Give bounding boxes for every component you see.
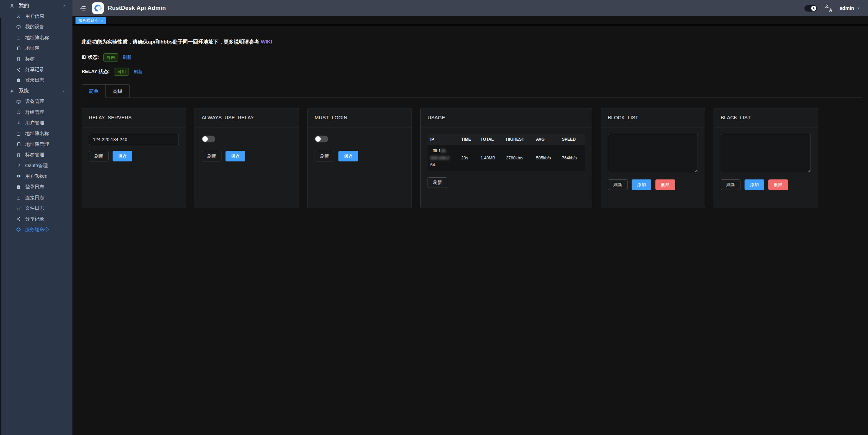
rustdesk-logo-swirl	[94, 4, 102, 13]
sidebar-item-my-devices[interactable]: 我的设备	[0, 22, 72, 32]
delete-button[interactable]: 删除	[655, 179, 675, 190]
tab-advanced[interactable]: 高级	[105, 85, 129, 98]
card-body: IP TIME TOTAL HIGHEST AVG SPEED ::ffff:1…	[421, 127, 592, 194]
always-use-relay-toggle[interactable]	[202, 136, 215, 142]
card-usage: USAGE IP TIME TOTAL HIGHEST AVG SPEED	[420, 108, 592, 208]
chevron-up-icon	[62, 89, 66, 93]
sidebar-item-login-logs-admin[interactable]: 登录日志	[0, 182, 72, 192]
add-button[interactable]: 添加	[632, 179, 651, 190]
refresh-button[interactable]: 刷新	[608, 179, 628, 190]
card-title: USAGE	[421, 108, 592, 127]
app-header: RustDesk Api Admin 文 A admin	[72, 0, 868, 16]
relay-servers-input[interactable]	[89, 134, 179, 145]
sidebar-item-device-management[interactable]: 设备管理	[0, 97, 72, 107]
sidebar-item-label: 地址簿	[25, 45, 39, 51]
username: admin	[839, 5, 854, 11]
clipboard-icon	[16, 185, 21, 190]
sidebar-item-label: 服务端命令	[25, 227, 49, 233]
translate-icon[interactable]: 文 A	[824, 4, 832, 12]
usage-speed-cell: 764kb/s	[559, 145, 585, 171]
sidebar-section-label: 我的	[19, 2, 29, 9]
sidebar-item-addressbook[interactable]: 地址簿	[0, 43, 72, 54]
black-list-textarea[interactable]	[721, 134, 811, 172]
save-button[interactable]: 保存	[226, 151, 245, 161]
sidebar-section-system[interactable]: 系统	[0, 86, 72, 96]
rustdesk-logo	[92, 2, 104, 14]
gear-icon	[16, 227, 21, 232]
monitor-icon	[16, 24, 21, 30]
page-title: RustDesk Api Admin	[108, 5, 166, 12]
chat-icon	[16, 110, 21, 115]
sidebar-item-login-logs[interactable]: 登录日志	[0, 75, 72, 86]
notebook-icon	[16, 142, 21, 147]
card-title: RELAY_SERVERS	[82, 108, 186, 127]
tab-simple[interactable]: 简单	[82, 85, 105, 98]
theme-toggle[interactable]	[804, 5, 817, 12]
sidebar-item-file-logs[interactable]: 文件日志	[0, 203, 72, 213]
share-icon	[16, 216, 21, 222]
refresh-button[interactable]: 刷新	[315, 151, 334, 161]
hamburger-icon[interactable]	[79, 5, 86, 12]
paperclip-icon	[16, 163, 21, 168]
gear-icon	[10, 89, 14, 93]
block-list-textarea[interactable]	[608, 134, 698, 172]
sidebar-item-oauth-management[interactable]: Oauth管理	[0, 160, 72, 171]
add-button[interactable]: 添加	[745, 179, 764, 190]
sidebar-item-addressbook-names[interactable]: 地址簿名称	[0, 32, 72, 43]
sidebar-item-user-info[interactable]: 用户信息	[0, 11, 72, 21]
sidebar-item-addressbook-management[interactable]: 地址簿管理	[0, 139, 72, 150]
chevron-down-icon	[856, 6, 861, 10]
id-refresh-link[interactable]: 刷新	[123, 54, 132, 60]
card-title: ALWAYS_USE_RELAY	[195, 108, 299, 127]
close-icon[interactable]: ×	[101, 18, 103, 23]
ip-clear: ::ffff:1	[430, 149, 441, 153]
sidebar-item-label: 设备管理	[25, 99, 44, 105]
sidebar-item-share-records-admin[interactable]: 分享记录	[0, 214, 72, 224]
sidebar-item-label: 分享记录	[25, 216, 44, 222]
sidebar-item-tag-management[interactable]: 标签管理	[0, 150, 72, 160]
sidebar-item-label: 连接日志	[25, 195, 44, 201]
sidebar-item-label: Oauth管理	[25, 163, 48, 169]
card-title: BLACK_LIST	[714, 108, 818, 127]
save-button[interactable]: 保存	[338, 151, 358, 161]
bookmark-icon	[16, 153, 21, 158]
sidebar-item-label: 用户信息	[25, 13, 44, 19]
sidebar-item-tags[interactable]: 标签	[0, 54, 72, 64]
header-right: 文 A admin	[804, 4, 861, 12]
sidebar-item-share-records[interactable]: 分享记录	[0, 64, 72, 75]
sidebar-item-label: 用户管理	[25, 120, 44, 126]
refresh-button[interactable]: 刷新	[89, 151, 108, 161]
relay-status-row: RELAY 状态: 可用 刷新	[82, 68, 142, 76]
sidebar-item-addressbook-names-admin[interactable]: 地址簿名称	[0, 128, 72, 139]
tag-server-commands[interactable]: 服务端命令 ×	[76, 17, 106, 24]
relay-status-badge: 可用	[114, 68, 129, 76]
sidebar-item-server-commands[interactable]: 服务端命令	[0, 224, 72, 235]
save-button[interactable]: 保存	[113, 151, 132, 161]
relay-refresh-link[interactable]: 刷新	[133, 69, 142, 75]
translate-a-glyph: A	[829, 8, 832, 12]
sidebar-item-label: 登录日志	[25, 77, 44, 83]
sidebar-item-connection-logs[interactable]: 连接日志	[0, 192, 72, 203]
refresh-button[interactable]: 刷新	[202, 151, 221, 161]
wiki-link[interactable]: WIKI	[261, 39, 272, 45]
monitor-icon	[16, 99, 21, 104]
card-body: 刷新 保存	[308, 127, 412, 168]
delete-button[interactable]: 删除	[768, 179, 788, 190]
sidebar-item-label: 地址簿管理	[25, 141, 49, 147]
ip-redacted: 24.	[441, 149, 447, 153]
archive-icon	[16, 206, 21, 211]
refresh-button[interactable]: 刷新	[428, 177, 447, 188]
card-body: 刷新 添加 删除	[601, 127, 705, 196]
user-dropdown[interactable]: admin	[839, 5, 861, 11]
share-icon	[16, 67, 21, 72]
must-login-toggle[interactable]	[315, 136, 328, 142]
refresh-button[interactable]: 刷新	[721, 179, 740, 190]
usage-ip-cell: ::ffff:124.220.134.264:	[428, 145, 458, 171]
usage-highest-cell: 2780kb/s	[503, 145, 533, 171]
sidebar-section-my[interactable]: 我的	[0, 0, 72, 11]
col-speed: SPEED	[559, 134, 585, 145]
sidebar-item-user-management[interactable]: 用户管理	[0, 118, 72, 128]
sidebar-section-label: 系统	[19, 88, 29, 94]
sidebar-item-user-token[interactable]: 用户Token	[0, 171, 72, 181]
sidebar-item-group-management[interactable]: 群组管理	[0, 107, 72, 118]
